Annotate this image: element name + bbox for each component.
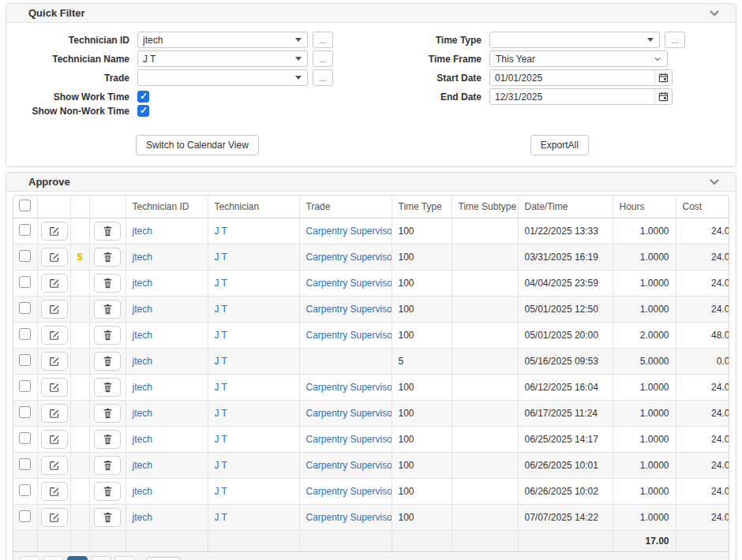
trade-link[interactable]: Carpentry Supervisor xyxy=(306,408,392,419)
technician-link[interactable]: J T xyxy=(215,408,227,419)
delete-button[interactable] xyxy=(94,404,121,423)
column-header-hours[interactable]: Hours xyxy=(613,196,676,218)
technician-id-link[interactable]: jtech xyxy=(133,252,152,263)
row-checkbox[interactable] xyxy=(19,380,31,392)
show-work-time-checkbox[interactable] xyxy=(137,91,149,103)
technician-id-link[interactable]: jtech xyxy=(133,408,152,419)
technician-id-link[interactable]: jtech xyxy=(133,486,152,497)
technician-id-link[interactable]: jtech xyxy=(133,512,152,523)
technician-link[interactable]: J T xyxy=(215,278,227,289)
technician-link[interactable]: J T xyxy=(215,252,227,263)
edit-button[interactable] xyxy=(41,482,68,501)
trade-link[interactable]: Carpentry Supervisor xyxy=(306,512,392,523)
time-frame-select[interactable]: This Year xyxy=(489,50,668,67)
column-header-technician[interactable]: Technician xyxy=(208,196,299,218)
delete-button[interactable] xyxy=(94,274,121,293)
dropdown-arrow-icon[interactable] xyxy=(295,38,302,42)
row-checkbox[interactable] xyxy=(19,458,31,470)
trade-link[interactable]: Carpentry Supervisor xyxy=(306,278,392,289)
edit-button[interactable] xyxy=(41,404,68,423)
technician-link[interactable]: J T xyxy=(215,434,227,445)
end-date-picker[interactable] xyxy=(489,88,673,105)
technician-link[interactable]: J T xyxy=(215,304,227,315)
column-header-datetime[interactable]: Date/Time xyxy=(518,196,613,218)
trade-link[interactable]: Carpentry Supervisor xyxy=(306,252,392,263)
edit-button[interactable] xyxy=(41,378,68,397)
technician-name-input[interactable] xyxy=(138,51,295,66)
end-date-calendar-button[interactable] xyxy=(654,89,672,104)
technician-id-input[interactable] xyxy=(138,32,295,47)
previous-page-button[interactable] xyxy=(43,556,64,560)
technician-id-combobox[interactable] xyxy=(137,32,308,48)
trade-link[interactable]: Carpentry Supervisor xyxy=(306,460,392,471)
technician-link[interactable]: J T xyxy=(215,356,227,367)
trade-link[interactable]: Carpentry Supervisor xyxy=(306,304,392,315)
start-date-input[interactable] xyxy=(490,70,654,85)
edit-button[interactable] xyxy=(41,248,68,267)
start-date-picker[interactable] xyxy=(489,69,673,86)
approve-header[interactable]: Approve xyxy=(6,173,736,192)
technician-id-link[interactable]: jtech xyxy=(133,330,152,341)
collapse-chevron-icon[interactable] xyxy=(709,8,720,19)
technician-id-link[interactable]: jtech xyxy=(133,460,152,471)
delete-button[interactable] xyxy=(94,456,121,475)
dropdown-arrow-icon[interactable] xyxy=(295,57,302,61)
trade-combobox[interactable] xyxy=(137,69,308,86)
edit-button[interactable] xyxy=(41,456,68,475)
delete-button[interactable] xyxy=(94,508,121,527)
row-checkbox[interactable] xyxy=(19,250,31,262)
trade-link[interactable]: Carpentry Supervisor xyxy=(306,226,392,237)
select-all-checkbox[interactable] xyxy=(19,200,31,211)
technician-id-link[interactable]: jtech xyxy=(133,278,152,289)
technician-link[interactable]: J T xyxy=(215,486,227,497)
delete-button[interactable] xyxy=(94,222,121,241)
technician-link[interactable]: J T xyxy=(215,512,227,523)
time-type-input[interactable] xyxy=(490,32,647,47)
technician-link[interactable]: J T xyxy=(215,330,227,341)
next-page-button[interactable] xyxy=(91,556,111,560)
delete-button[interactable] xyxy=(94,352,121,371)
time-type-browse-button[interactable]: ... xyxy=(665,32,685,48)
technician-id-link[interactable]: jtech xyxy=(133,382,152,393)
column-header-technician-id[interactable]: Technician ID xyxy=(126,196,208,218)
start-date-calendar-button[interactable] xyxy=(654,70,672,85)
column-header-trade[interactable]: Trade xyxy=(299,196,392,218)
row-checkbox[interactable] xyxy=(19,406,31,418)
column-header-time-type[interactable]: Time Type xyxy=(392,196,452,218)
edit-button[interactable] xyxy=(41,430,68,449)
trade-link[interactable]: Carpentry Supervisor xyxy=(306,434,392,445)
delete-button[interactable] xyxy=(94,378,121,397)
edit-button[interactable] xyxy=(41,326,68,345)
technician-link[interactable]: J T xyxy=(215,226,227,237)
delete-button[interactable] xyxy=(94,430,121,449)
delete-button[interactable] xyxy=(94,326,121,345)
edit-button[interactable] xyxy=(41,300,68,319)
column-header-cost[interactable]: Cost xyxy=(676,196,729,218)
edit-button[interactable] xyxy=(41,508,68,527)
dropdown-arrow-icon[interactable] xyxy=(647,38,654,42)
technician-id-link[interactable]: jtech xyxy=(133,356,152,367)
dropdown-arrow-icon[interactable] xyxy=(295,76,302,80)
first-page-button[interactable] xyxy=(20,556,40,560)
row-checkbox[interactable] xyxy=(19,354,31,366)
show-non-work-time-checkbox[interactable] xyxy=(137,105,149,117)
end-date-input[interactable] xyxy=(490,89,654,104)
technician-id-browse-button[interactable]: ... xyxy=(313,32,333,48)
row-checkbox[interactable] xyxy=(19,302,31,314)
trade-browse-button[interactable]: ... xyxy=(313,69,333,86)
column-header-time-subtype[interactable]: Time Subtype xyxy=(452,196,518,218)
time-type-combobox[interactable] xyxy=(489,32,660,48)
technician-name-combobox[interactable] xyxy=(137,50,308,67)
delete-button[interactable] xyxy=(94,300,121,319)
delete-button[interactable] xyxy=(94,482,121,501)
row-checkbox[interactable] xyxy=(19,484,31,496)
page-size-select[interactable]: 25 xyxy=(146,557,181,560)
trade-input[interactable] xyxy=(138,70,295,85)
technician-link[interactable]: J T xyxy=(215,382,227,393)
trade-link[interactable]: Carpentry Supervisor xyxy=(306,382,392,393)
edit-button[interactable] xyxy=(41,274,68,293)
delete-button[interactable] xyxy=(94,248,121,267)
page-number-button[interactable]: 1 xyxy=(67,556,88,560)
export-all-button[interactable]: ExportAll xyxy=(530,135,589,155)
row-checkbox[interactable] xyxy=(19,328,31,340)
